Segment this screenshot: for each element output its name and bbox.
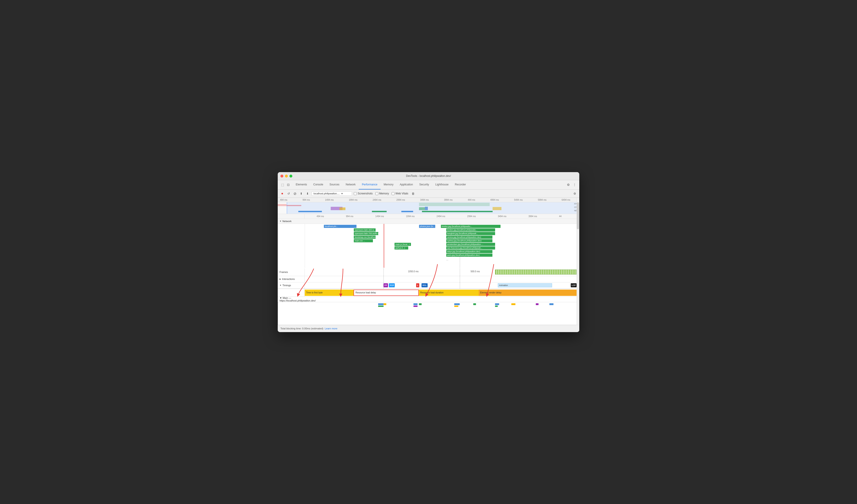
- flame-chart-svg: [305, 302, 576, 325]
- net-item-paris[interactable]: paris.jpg (localhost.philipwalton.dev): [446, 254, 492, 257]
- timings-dashed-2: [460, 282, 460, 288]
- record-button[interactable]: ●: [280, 191, 284, 196]
- phase-rld[interactable]: Resource load delay: [354, 289, 419, 296]
- tab-elements[interactable]: Elements: [292, 180, 310, 189]
- memory-checkbox[interactable]: Memory: [375, 192, 389, 195]
- badge-dcl[interactable]: DCL: [421, 283, 427, 287]
- screenshots-checkbox[interactable]: Screenshots: [354, 192, 373, 195]
- net-item-london2[interactable]: london.jpg (localhost.philipwalto...: [446, 229, 495, 232]
- delete-icon[interactable]: 🗑: [411, 191, 416, 196]
- interactions-section: ▶ Interactions: [278, 276, 579, 282]
- dashed-line-1494ms: [384, 224, 384, 268]
- tab-lighthouse[interactable]: Lighthouse: [432, 180, 452, 189]
- net-item-amsterdam[interactable]: amsterdam.jpg (localhost.philipwalton...…: [446, 243, 495, 246]
- net-item-opensans700[interactable]: opensans-latin-700.woff2 (l...: [354, 232, 378, 235]
- net-item-opensans400[interactable]: opensans-latin-400.w...: [354, 229, 375, 232]
- svg-rect-21: [473, 303, 476, 305]
- net-item-venice[interactable]: venice.jpg (localhost.philipwalton.dev): [446, 236, 492, 239]
- vertical-scrollbar[interactable]: [576, 198, 579, 325]
- network-section: ▼ Network localhost.phi... opensans-lati…: [278, 219, 579, 268]
- svg-rect-25: [536, 303, 539, 305]
- checkbox-group: Screenshots Memory Web Vitals 🗑: [354, 191, 416, 196]
- phase-ttfb[interactable]: Time to first byte: [305, 289, 354, 296]
- svg-rect-1: [278, 204, 286, 206]
- timeline-detail: 494 ms 994 ms 1494 ms 1994 ms 2494 ms 29…: [278, 214, 579, 325]
- main-content-area: [278, 302, 579, 325]
- devtools-window: DevTools - localhost.philipwalton.dev/ ⬚…: [278, 172, 579, 332]
- overview-ruler: 494 ms 994 ms 1494 ms 1994 ms 2494 ms 29…: [278, 198, 579, 202]
- url-dropdown-icon[interactable]: ▾: [341, 192, 343, 195]
- net-item-tokyo[interactable]: tokyo.jpg (localhost.philipwalton.dev): [446, 250, 492, 253]
- maximize-button[interactable]: [289, 174, 292, 178]
- net-item-localhost[interactable]: localhost.phi...: [324, 225, 356, 228]
- frames-content: 1050.0 ms 500.0 ms: [305, 268, 576, 276]
- svg-rect-23: [495, 305, 498, 307]
- tab-performance[interactable]: Performance: [359, 180, 381, 189]
- learn-more-link[interactable]: Learn more: [325, 327, 337, 330]
- phase-bars-content: Time to first byte Resource load delay R…: [305, 289, 576, 297]
- toolbar-left-icons: ⬚ ⊡: [280, 182, 291, 187]
- net-item-mainjs[interactable]: main.js (local...): [394, 243, 411, 246]
- interactions-expand-arrow[interactable]: ▶: [280, 278, 281, 280]
- upload-button[interactable]: ⬆: [299, 191, 303, 196]
- tab-console[interactable]: Console: [310, 180, 326, 189]
- badge-fcp[interactable]: FCP: [389, 283, 395, 287]
- tab-network[interactable]: Network: [342, 180, 359, 189]
- badge-l[interactable]: L: [416, 283, 419, 287]
- net-item-maincss[interactable]: main.css ...: [354, 239, 373, 242]
- download-button[interactable]: ⬇: [305, 191, 310, 196]
- net-item-sanfrancisco[interactable]: san-francisco.jpg (localhost.philipwalt.…: [446, 246, 495, 250]
- tab-sources[interactable]: Sources: [326, 180, 342, 189]
- web-vitals-checkbox[interactable]: Web Vitals: [391, 192, 408, 195]
- interactions-header: ▶ Interactions: [278, 276, 305, 282]
- reload-button[interactable]: ↺: [286, 191, 291, 196]
- net-item-sydney[interactable]: sydney.jpg (localhost.philipwalton.dev): [446, 239, 492, 242]
- toolbar: ⬚ ⊡ Elements Console Sources Network Per…: [278, 180, 579, 190]
- svg-rect-17: [414, 305, 418, 307]
- selection-overlay[interactable]: [287, 202, 579, 214]
- interactions-label: Interactions: [282, 278, 295, 280]
- badge-fp[interactable]: FP: [384, 283, 388, 287]
- tab-memory[interactable]: Memory: [381, 180, 397, 189]
- net-item-perfjs[interactable]: perf.js (l...): [394, 246, 408, 250]
- phase-rldur[interactable]: Resource load duration: [419, 289, 479, 296]
- svg-rect-22: [495, 303, 499, 305]
- network-label: Network: [283, 220, 291, 222]
- main-section: ▼ Main — https://localhost.philipwalton.…: [278, 297, 579, 325]
- frame-time-1: 1050.0 ms: [408, 270, 419, 273]
- more-options-icon[interactable]: ⋮: [572, 182, 577, 187]
- svg-rect-13: [378, 303, 384, 305]
- minimize-button[interactable]: [285, 174, 288, 178]
- tab-security[interactable]: Security: [416, 180, 432, 189]
- device-toggle-icon[interactable]: ⊡: [286, 182, 291, 187]
- timings-collapse-arrow[interactable]: ▼: [280, 284, 282, 286]
- timeline-detail-ruler: 494 ms 994 ms 1494 ms 1994 ms 2494 ms 29…: [278, 214, 579, 219]
- nav-tabs: Elements Console Sources Network Perform…: [292, 180, 469, 189]
- close-button[interactable]: [281, 174, 283, 178]
- settings-icon[interactable]: ⚙: [566, 182, 571, 187]
- tab-application[interactable]: Application: [397, 180, 416, 189]
- animation-bar[interactable]: Animation: [498, 283, 552, 287]
- tab-recorder[interactable]: Recorder: [452, 180, 469, 189]
- settings-perf-icon[interactable]: ⚙: [573, 191, 577, 196]
- timings-label: Timings: [283, 284, 291, 287]
- status-bar: Total blocking time: 0.00ms (estimated) …: [278, 325, 579, 332]
- url-selector[interactable]: localhost.philipwalton.... ▾: [312, 191, 352, 196]
- network-collapse-arrow[interactable]: ▼: [280, 220, 282, 222]
- timeline-overview: 494 ms 994 ms 1494 ms 1994 ms 2494 ms 29…: [278, 198, 579, 214]
- net-item-bootstrap[interactable]: bootstrap.css (localhos...: [354, 236, 375, 239]
- phase-erd[interactable]: Element render delay: [479, 289, 576, 296]
- frames-section: Frames 1050.0 ms 500.0 ms: [278, 268, 579, 276]
- net-item-bangkok[interactable]: bangkok.jpg (localhost.philipwalt...: [446, 232, 495, 235]
- scrollbar-thumb[interactable]: [577, 202, 579, 229]
- animation-label: Animation: [499, 284, 508, 286]
- badge-lcp[interactable]: LCP: [571, 283, 576, 287]
- clear-button[interactable]: ⊘: [292, 191, 297, 196]
- inspect-element-icon[interactable]: ⬚: [280, 182, 285, 187]
- ruler-ticks: 494 ms 994 ms 1494 ms 1994 ms 2494 ms 29…: [280, 199, 570, 201]
- svg-rect-16: [414, 303, 418, 305]
- window-title: DevTools - localhost.philipwalton.dev/: [406, 174, 451, 178]
- timings-section: ▼ Timings FP FCP L DCL Animation: [278, 282, 579, 289]
- net-item-london1[interactable]: london.jpg (localhost.philipwalto...: [441, 225, 501, 228]
- net-item-photosjson[interactable]: photos.json (lo...: [419, 225, 435, 228]
